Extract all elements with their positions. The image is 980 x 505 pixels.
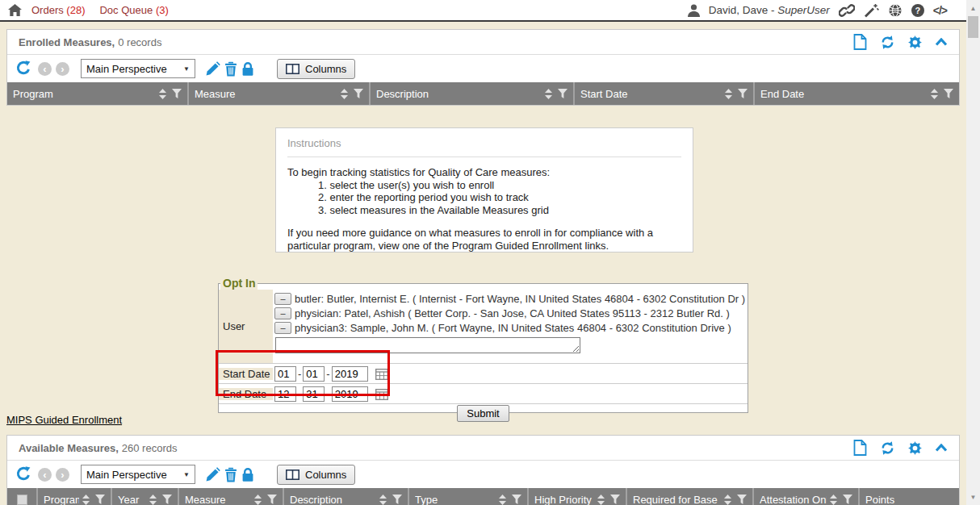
user-search-input[interactable] [275, 337, 580, 353]
filter-icon[interactable] [512, 495, 521, 504]
scrollbar-up-arrow[interactable]: ▲ [966, 2, 980, 15]
collapse-chevron-icon[interactable] [935, 444, 948, 452]
filter-icon[interactable] [610, 495, 620, 504]
filter-icon[interactable] [354, 89, 363, 98]
filter-icon[interactable] [737, 495, 747, 504]
column-header-required-for-base[interactable]: Required for Base [627, 488, 754, 505]
globe-icon[interactable] [888, 3, 903, 18]
collapse-chevron-icon[interactable] [935, 38, 948, 46]
filter-icon[interactable] [392, 495, 402, 504]
prev-icon[interactable]: ‹ [38, 468, 52, 482]
submit-row: Submit [219, 404, 748, 423]
undo-icon[interactable] [15, 466, 31, 482]
scrollbar-thumb[interactable] [968, 16, 978, 38]
column-header-measure[interactable]: Measure [179, 488, 284, 505]
next-icon[interactable]: › [56, 468, 69, 482]
mips-guided-enrollment-link[interactable]: MIPS Guided Enrollment [6, 414, 122, 426]
trash-icon[interactable] [224, 467, 237, 482]
sort-icon[interactable] [82, 495, 90, 505]
column-header-program[interactable]: Program [38, 488, 112, 505]
filter-icon[interactable] [558, 89, 567, 98]
nav-doc-queue[interactable]: Doc Queue (3) [99, 4, 168, 16]
column-header-description[interactable]: Description [284, 488, 409, 505]
columns-icon [286, 64, 299, 74]
sort-icon[interactable] [379, 495, 387, 505]
filter-icon[interactable] [172, 89, 182, 98]
trash-icon[interactable] [224, 61, 237, 77]
calendar-icon[interactable] [375, 368, 388, 380]
filter-icon[interactable] [738, 89, 748, 98]
start-date-year-input[interactable] [332, 366, 368, 382]
gear-icon[interactable] [908, 441, 922, 455]
remove-user-button[interactable]: – [274, 322, 291, 334]
perspective-select[interactable]: Main Perspective ▼ [81, 465, 195, 484]
filter-icon[interactable] [267, 495, 277, 504]
undo-icon[interactable] [15, 61, 31, 77]
sort-icon[interactable] [725, 89, 732, 99]
end-date-year-input[interactable] [332, 386, 368, 402]
new-record-icon[interactable] [853, 34, 867, 50]
start-date-month-input[interactable] [274, 366, 296, 382]
submit-button[interactable]: Submit [457, 405, 509, 422]
wand-icon[interactable] [864, 3, 879, 18]
date-separator: - [298, 388, 301, 400]
next-icon[interactable]: › [56, 62, 69, 76]
select-all-checkbox[interactable] [17, 495, 27, 505]
filter-icon[interactable] [944, 89, 953, 98]
new-record-icon[interactable] [853, 440, 867, 456]
column-header-start-date[interactable]: Start Date [575, 82, 755, 105]
column-header-points[interactable]: Points [860, 488, 959, 505]
pencil-icon[interactable] [205, 467, 220, 482]
perspective-value: Main Perspective [86, 469, 183, 481]
remove-user-button[interactable]: – [274, 293, 291, 305]
home-icon[interactable] [8, 4, 22, 16]
sort-icon[interactable] [545, 89, 552, 99]
prev-icon[interactable]: ‹ [38, 62, 52, 76]
column-header-attestation-only[interactable]: Attestation Only [754, 488, 860, 505]
sort-icon[interactable] [159, 89, 166, 99]
column-label: Start Date [580, 88, 722, 100]
column-header-type[interactable]: Type [409, 488, 529, 505]
filter-icon[interactable] [95, 495, 105, 504]
sort-icon[interactable] [830, 495, 837, 505]
filter-icon[interactable] [843, 495, 852, 504]
sort-icon[interactable] [597, 495, 605, 505]
filter-icon[interactable] [162, 495, 172, 504]
sort-icon[interactable] [341, 89, 348, 99]
perspective-select[interactable]: Main Perspective ▼ [81, 59, 195, 78]
columns-button[interactable]: Columns [277, 59, 355, 79]
calendar-icon[interactable] [375, 388, 388, 400]
column-header-select-all[interactable] [7, 488, 38, 505]
start-date-day-input[interactable] [303, 366, 325, 382]
enrolled-panel-header: Enrolled Measures, 0 records [7, 30, 959, 55]
refresh-icon[interactable] [880, 35, 895, 50]
column-header-high-priority[interactable]: High Priority [529, 488, 627, 505]
page-scrollbar[interactable]: ▲ ▼ [966, 0, 980, 505]
help-icon[interactable]: ? [911, 4, 924, 17]
sort-icon[interactable] [499, 495, 506, 505]
remove-user-button[interactable]: – [274, 307, 291, 319]
nav-orders[interactable]: Orders (28) [31, 4, 85, 16]
code-icon[interactable]: </> [933, 4, 947, 17]
enrolled-grid-header: Program Measure Description Start Date E… [7, 82, 959, 105]
lock-icon[interactable] [241, 467, 254, 482]
column-label: Required for Base [633, 494, 721, 505]
gear-icon[interactable] [908, 35, 922, 49]
column-header-year[interactable]: Year [112, 488, 179, 505]
pencil-icon[interactable] [205, 61, 220, 77]
column-header-measure[interactable]: Measure [189, 82, 371, 105]
sort-icon[interactable] [254, 495, 262, 505]
link-icon[interactable] [839, 3, 855, 18]
column-header-program[interactable]: Program [7, 82, 189, 105]
refresh-icon[interactable] [880, 440, 895, 456]
column-header-end-date[interactable]: End Date [755, 82, 959, 105]
lock-icon[interactable] [241, 61, 254, 77]
sort-icon[interactable] [149, 495, 157, 505]
end-date-month-input[interactable] [274, 386, 296, 402]
columns-button[interactable]: Columns [277, 465, 355, 485]
sort-icon[interactable] [931, 89, 938, 99]
end-date-day-input[interactable] [303, 386, 325, 402]
sort-icon[interactable] [724, 495, 731, 505]
scrollbar-down-arrow[interactable]: ▼ [966, 490, 980, 503]
column-header-description[interactable]: Description [371, 82, 575, 105]
